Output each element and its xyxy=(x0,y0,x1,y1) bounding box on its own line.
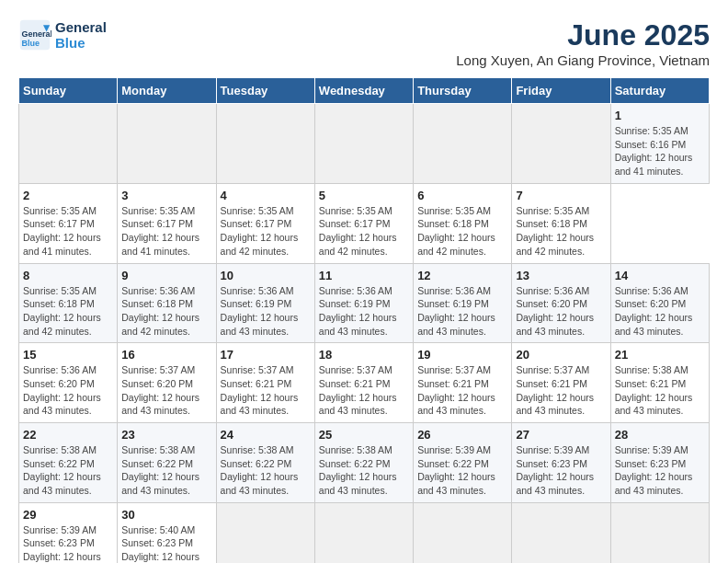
day-cell: 11 Sunrise: 5:36 AMSunset: 6:19 PMDaylig… xyxy=(314,263,413,343)
empty-cell xyxy=(314,104,413,184)
logo-general: General xyxy=(55,19,107,35)
empty-cell xyxy=(610,502,709,563)
empty-cell xyxy=(414,502,512,563)
day-cell: 21 Sunrise: 5:38 AMSunset: 6:21 PMDaylig… xyxy=(610,343,709,423)
table-row: 1 Sunrise: 5:35 AMSunset: 6:16 PMDayligh… xyxy=(19,104,710,184)
logo-icon: General Blue xyxy=(18,18,51,52)
svg-text:Blue: Blue xyxy=(22,39,40,48)
day-cell: 4 Sunrise: 5:35 AMSunset: 6:17 PMDayligh… xyxy=(216,183,314,263)
col-tuesday: Tuesday xyxy=(216,78,314,104)
day-cell: 13 Sunrise: 5:36 AMSunset: 6:20 PMDaylig… xyxy=(512,263,610,343)
day-cell: 30 Sunrise: 5:40 AMSunset: 6:23 PMDaylig… xyxy=(118,502,216,563)
day-cell: 23 Sunrise: 5:38 AMSunset: 6:22 PMDaylig… xyxy=(118,423,216,503)
day-cell: 18 Sunrise: 5:37 AMSunset: 6:21 PMDaylig… xyxy=(314,343,413,423)
empty-cell xyxy=(216,104,314,184)
logo-blue: Blue xyxy=(55,35,107,51)
empty-cell xyxy=(414,104,512,184)
day-cell: 26 Sunrise: 5:39 AMSunset: 6:22 PMDaylig… xyxy=(414,423,512,503)
col-wednesday: Wednesday xyxy=(314,78,413,104)
day-cell: 8 Sunrise: 5:35 AMSunset: 6:18 PMDayligh… xyxy=(19,263,118,343)
empty-cell xyxy=(118,104,216,184)
title-block: June 2025 Long Xuyen, An Giang Province,… xyxy=(456,18,710,68)
empty-cell xyxy=(19,104,118,184)
day-cell: 20 Sunrise: 5:37 AMSunset: 6:21 PMDaylig… xyxy=(512,343,610,423)
col-friday: Friday xyxy=(512,78,610,104)
day-cell: 6 Sunrise: 5:35 AMSunset: 6:18 PMDayligh… xyxy=(414,183,512,263)
empty-cell xyxy=(314,502,413,563)
day-cell: 15 Sunrise: 5:36 AMSunset: 6:20 PMDaylig… xyxy=(19,343,118,423)
day-cell: 17 Sunrise: 5:37 AMSunset: 6:21 PMDaylig… xyxy=(216,343,314,423)
day-cell: 12 Sunrise: 5:36 AMSunset: 6:19 PMDaylig… xyxy=(414,263,512,343)
day-cell: 3 Sunrise: 5:35 AMSunset: 6:17 PMDayligh… xyxy=(118,183,216,263)
day-cell: 28 Sunrise: 5:39 AMSunset: 6:23 PMDaylig… xyxy=(610,423,709,503)
day-cell: 14 Sunrise: 5:36 AMSunset: 6:20 PMDaylig… xyxy=(610,263,709,343)
calendar-subtitle: Long Xuyen, An Giang Province, Vietnam xyxy=(456,52,710,68)
calendar-title: June 2025 xyxy=(456,18,710,52)
day-cell: 29 Sunrise: 5:39 AMSunset: 6:23 PMDaylig… xyxy=(19,502,118,563)
day-cell: 7 Sunrise: 5:35 AMSunset: 6:18 PMDayligh… xyxy=(512,183,610,263)
empty-cell xyxy=(216,502,314,563)
table-row: 2 Sunrise: 5:35 AMSunset: 6:17 PMDayligh… xyxy=(19,183,710,263)
table-row: 8 Sunrise: 5:35 AMSunset: 6:18 PMDayligh… xyxy=(19,263,710,343)
table-row: 29 Sunrise: 5:39 AMSunset: 6:23 PMDaylig… xyxy=(19,502,710,563)
table-row: 15 Sunrise: 5:36 AMSunset: 6:20 PMDaylig… xyxy=(19,343,710,423)
col-thursday: Thursday xyxy=(414,78,512,104)
day-cell: 25 Sunrise: 5:38 AMSunset: 6:22 PMDaylig… xyxy=(314,423,413,503)
col-sunday: Sunday xyxy=(19,78,118,104)
day-cell: 24 Sunrise: 5:38 AMSunset: 6:22 PMDaylig… xyxy=(216,423,314,503)
day-cell: 2 Sunrise: 5:35 AMSunset: 6:17 PMDayligh… xyxy=(19,183,118,263)
day-cell: 1 Sunrise: 5:35 AMSunset: 6:16 PMDayligh… xyxy=(610,104,709,184)
day-cell: 22 Sunrise: 5:38 AMSunset: 6:22 PMDaylig… xyxy=(19,423,118,503)
col-saturday: Saturday xyxy=(610,78,709,104)
day-cell: 10 Sunrise: 5:36 AMSunset: 6:19 PMDaylig… xyxy=(216,263,314,343)
col-monday: Monday xyxy=(118,78,216,104)
day-cell: 27 Sunrise: 5:39 AMSunset: 6:23 PMDaylig… xyxy=(512,423,610,503)
empty-cell xyxy=(512,104,610,184)
table-row: 22 Sunrise: 5:38 AMSunset: 6:22 PMDaylig… xyxy=(19,423,710,503)
logo: General Blue General Blue xyxy=(18,18,107,52)
calendar-table: Sunday Monday Tuesday Wednesday Thursday… xyxy=(18,77,710,563)
day-cell: 19 Sunrise: 5:37 AMSunset: 6:21 PMDaylig… xyxy=(414,343,512,423)
day-cell: 9 Sunrise: 5:36 AMSunset: 6:18 PMDayligh… xyxy=(118,263,216,343)
day-cell: 16 Sunrise: 5:37 AMSunset: 6:20 PMDaylig… xyxy=(118,343,216,423)
day-cell: 5 Sunrise: 5:35 AMSunset: 6:17 PMDayligh… xyxy=(314,183,413,263)
empty-cell xyxy=(512,502,610,563)
